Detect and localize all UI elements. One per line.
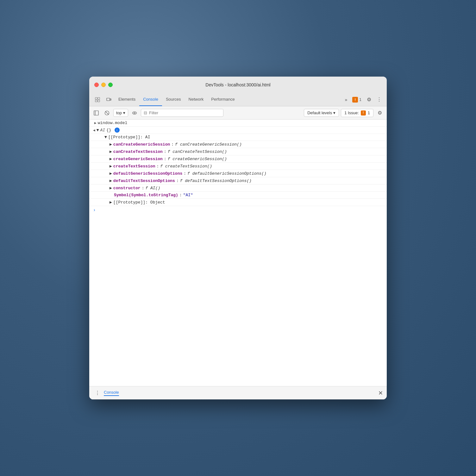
more-options-button[interactable]: ⋮	[374, 93, 384, 106]
minimize-button[interactable]	[101, 83, 106, 87]
log-string-ai: "AI"	[183, 193, 193, 197]
log-line-createGenericSession[interactable]: ▶ createGenericSession : f createGeneric…	[89, 155, 387, 163]
devtools-window: DevTools - localhost:3000/ai.html Elemen…	[89, 77, 387, 399]
log-line-prototype-object[interactable]: ▶ [[Prototype]]: Object	[89, 199, 387, 206]
log-property-defaultTextSessionOptions: defaultTextSessionOptions	[113, 178, 175, 183]
log-arrow: ▶	[94, 121, 97, 125]
issue-warning-icon: !	[361, 110, 366, 116]
warning-icon: !	[352, 97, 358, 103]
log-line-prototype-ai[interactable]: ▼ [[Prototype]]: AI	[89, 134, 387, 141]
log-line-createTextSession[interactable]: ▶ createTextSession : f createTextSessio…	[89, 163, 387, 170]
bottom-dots-button[interactable]: ⋮	[93, 390, 102, 396]
default-levels-button[interactable]: Default levels ▾	[304, 109, 339, 117]
eye-button[interactable]	[130, 109, 139, 117]
log-fn-defaultGenericSessionOptions: f defaultGenericSessionOptions()	[187, 171, 266, 176]
colon-8: :	[179, 193, 182, 197]
traffic-lights	[94, 83, 113, 87]
expand-prototype-icon[interactable]: ▼	[104, 135, 107, 140]
tab-sources[interactable]: Sources	[162, 93, 185, 106]
colon-3: :	[164, 157, 166, 161]
tabs-spacer	[239, 93, 342, 106]
svg-rect-3	[98, 100, 100, 102]
log-line-symbol: Symbol(Symbol.toStringTag) : "AI"	[89, 192, 387, 199]
colon-1: :	[171, 142, 174, 147]
log-fn-constructor: f AI()	[145, 186, 160, 191]
prompt-arrow: ›	[93, 208, 96, 213]
bottom-console-label: Console	[104, 390, 119, 396]
filter-icon: ⊟	[144, 110, 147, 115]
expand-constructor-icon[interactable]: ▶	[110, 185, 112, 191]
filter-input[interactable]	[149, 110, 221, 115]
expand-prototype-object-icon[interactable]: ▶	[110, 200, 112, 205]
tab-console[interactable]: Console	[139, 93, 162, 106]
log-ai-label: AI	[100, 128, 105, 133]
back-arrow-icon: ◀	[93, 128, 95, 132]
tab-elements[interactable]: Elements	[115, 93, 139, 106]
log-prototype-object-label: [[Prototype]]: Object	[113, 200, 165, 205]
svg-rect-2	[95, 100, 97, 102]
log-property-constructor: constructor	[113, 186, 141, 191]
colon-6: :	[176, 178, 179, 183]
svg-rect-1	[98, 97, 100, 99]
log-line-canCreateGenericSession[interactable]: ▶ canCreateGenericSession : f canCreateG…	[89, 141, 387, 148]
svg-rect-0	[95, 97, 97, 99]
log-fn-createTextSession: f createTextSession()	[160, 164, 212, 169]
svg-point-10	[133, 112, 137, 114]
expand-createTextSession-icon[interactable]: ▶	[110, 164, 112, 169]
log-prototype-label: [[Prototype]]: AI	[108, 135, 150, 140]
colon-5: :	[184, 171, 186, 176]
clear-console-button[interactable]	[103, 109, 111, 117]
console-settings-button[interactable]: ⚙	[375, 109, 384, 117]
issues-badge[interactable]: 1 Issue: ! 1	[341, 109, 373, 117]
expand-ai-icon[interactable]: ▼	[97, 128, 99, 133]
close-button[interactable]	[94, 83, 99, 87]
settings-button[interactable]: ⚙	[364, 93, 374, 106]
svg-line-9	[105, 111, 109, 115]
more-tabs-button[interactable]: »	[342, 93, 350, 106]
console-content: ▶ window.model ◀ ▼ AI {} i ▼ [[Prototype…	[89, 120, 387, 386]
log-fn-canCreateGenericSession: f canCreateGenericSession()	[175, 142, 242, 147]
maximize-button[interactable]	[108, 83, 113, 87]
sidebar-toggle-button[interactable]	[92, 109, 101, 117]
tab-performance[interactable]: Performance	[207, 93, 238, 106]
title-bar: DevTools - localhost:3000/ai.html	[89, 77, 387, 93]
console-prompt-line[interactable]: ›	[89, 206, 387, 214]
expand-canCreateGenericSession-icon[interactable]: ▶	[110, 142, 112, 147]
info-badge: i	[115, 128, 120, 133]
filter-input-wrap: ⊟	[141, 109, 223, 117]
log-property-createTextSession: createTextSession	[113, 164, 155, 169]
log-text-window-model: window.model	[98, 121, 128, 125]
warning-badge: ! 1	[350, 93, 364, 106]
device-mode-button[interactable]	[103, 93, 115, 106]
log-fn-createGenericSession: f createGenericSession()	[168, 157, 227, 161]
window-title: DevTools - localhost:3000/ai.html	[205, 82, 270, 87]
expand-defaultTextSessionOptions-icon[interactable]: ▶	[110, 178, 112, 183]
colon-2: :	[164, 149, 166, 154]
context-selector[interactable]: top ▾	[113, 109, 128, 117]
expand-defaultGenericSessionOptions-icon[interactable]: ▶	[110, 171, 112, 176]
inspect-element-button[interactable]	[92, 93, 103, 106]
log-line-canCreateTextSession[interactable]: ▶ canCreateTextSession : f canCreateText…	[89, 148, 387, 155]
tab-network[interactable]: Network	[185, 93, 208, 106]
log-property-canCreateTextSession: canCreateTextSession	[113, 149, 163, 154]
expand-createGenericSession-icon[interactable]: ▶	[110, 156, 112, 161]
svg-rect-4	[107, 98, 110, 101]
log-line-defaultGenericSessionOptions[interactable]: ▶ defaultGenericSessionOptions : f defau…	[89, 170, 387, 177]
toolbar-row: top ▾ ⊟ Default levels ▾ 1 Issue: ! 1 ⚙	[89, 106, 387, 120]
svg-point-11	[134, 112, 135, 114]
colon-7: :	[142, 186, 144, 191]
tabs-row: Elements Console Sources Network Perform…	[89, 93, 387, 106]
log-property-createGenericSession: createGenericSession	[113, 157, 163, 161]
log-line-constructor[interactable]: ▶ constructor : f AI()	[89, 185, 387, 192]
log-property-canCreateGenericSession: canCreateGenericSession	[113, 142, 170, 147]
log-fn-canCreateTextSession: f canCreateTextSession()	[168, 149, 227, 154]
expand-canCreateTextSession-icon[interactable]: ▶	[110, 149, 112, 154]
bottom-close-button[interactable]: ✕	[378, 390, 383, 397]
log-braces: {}	[106, 128, 111, 133]
log-line-defaultTextSessionOptions[interactable]: ▶ defaultTextSessionOptions : f defaultT…	[89, 177, 387, 185]
svg-rect-5	[110, 99, 111, 100]
log-property-defaultGenericSessionOptions: defaultGenericSessionOptions	[113, 171, 182, 176]
log-line-window-model: ▶ window.model	[89, 120, 387, 127]
log-property-symbol: Symbol(Symbol.toStringTag)	[114, 193, 178, 197]
log-line-ai-object[interactable]: ◀ ▼ AI {} i	[89, 127, 387, 134]
